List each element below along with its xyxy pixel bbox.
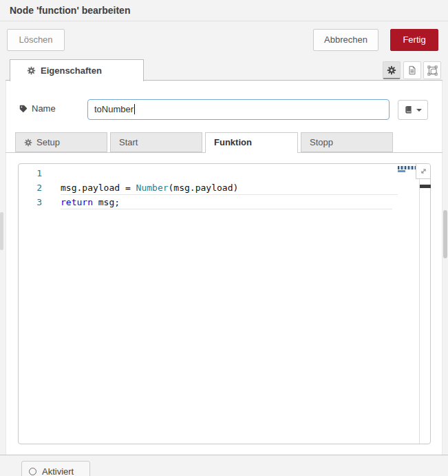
right-scrollbar-thumb[interactable] — [443, 210, 447, 258]
editor-scrollbar-divider — [419, 164, 420, 444]
left-scrollbar-thumb[interactable] — [0, 212, 3, 250]
tab-setup[interactable]: Setup — [15, 132, 107, 152]
library-button[interactable] — [398, 100, 428, 120]
gear-icon — [27, 66, 36, 75]
gear-icon — [24, 138, 32, 147]
minimap-line — [398, 170, 405, 172]
tab-funktion-label: Funktion — [214, 137, 252, 147]
name-input-value: toNumber — [94, 104, 134, 114]
book-icon — [404, 105, 413, 114]
code-line-3[interactable]: 3 return msg; — [19, 195, 430, 209]
code-text: return msg; — [61, 195, 120, 209]
delete-button[interactable]: Löschen — [7, 29, 65, 51]
expand-editor-button[interactable] — [416, 164, 430, 179]
circle-icon — [29, 468, 36, 475]
tab-eigenschaften-label: Eigenschaften — [41, 60, 102, 81]
enabled-label: Aktiviert — [42, 466, 74, 476]
text-cursor — [134, 104, 135, 114]
line-number: 3 — [19, 195, 42, 209]
properties-view-button[interactable] — [383, 61, 401, 79]
gear-icon — [387, 65, 396, 75]
description-view-button[interactable] — [403, 61, 421, 79]
code-line-2[interactable]: 2 msg.payload = Number(msg.payload) — [19, 180, 430, 195]
tag-icon — [19, 104, 28, 114]
name-label: Name — [32, 103, 56, 114]
appearance-view-button[interactable] — [423, 61, 441, 79]
tab-stopp-label: Stopp — [310, 137, 333, 147]
node-enabled-toggle[interactable]: Aktiviert — [21, 461, 90, 476]
tab-eigenschaften[interactable]: Eigenschaften — [10, 59, 144, 81]
dialog-title: Node 'function' bearbeiten — [10, 0, 130, 21]
tab-setup-label: Setup — [36, 137, 60, 147]
expand-icon — [420, 167, 427, 175]
name-input[interactable]: toNumber — [87, 99, 390, 120]
editor-minimap[interactable] — [398, 166, 417, 172]
code-text: msg.payload = Number(msg.payload) — [61, 180, 238, 195]
code-editor[interactable]: 1 2 msg.payload = Number(msg.payload) 3 … — [18, 163, 431, 444]
line-number: 1 — [19, 166, 42, 180]
cancel-button[interactable]: Abbrechen — [313, 29, 378, 51]
line-number: 2 — [19, 180, 42, 195]
document-icon — [407, 65, 417, 75]
scale-icon — [427, 65, 438, 76]
code-line-1[interactable]: 1 — [19, 166, 430, 180]
function-node-edit-dialog: Node 'function' bearbeiten Löschen Abbre… — [0, 0, 448, 476]
dialog-footer: Aktiviert — [0, 455, 448, 476]
tab-start[interactable]: Start — [110, 132, 202, 152]
tab-stopp[interactable]: Stopp — [301, 132, 393, 152]
editor-scrollbar-thumb[interactable] — [420, 185, 431, 188]
done-button[interactable]: Fertig — [390, 29, 438, 51]
code-underline — [61, 194, 398, 195]
code-underline — [61, 209, 392, 209]
dialog-header: Node 'function' bearbeiten — [0, 0, 448, 21]
caret-down-icon — [416, 109, 422, 112]
tab-start-label: Start — [119, 137, 138, 147]
minimap-line — [398, 166, 416, 169]
tab-funktion[interactable]: Funktion — [205, 132, 298, 153]
